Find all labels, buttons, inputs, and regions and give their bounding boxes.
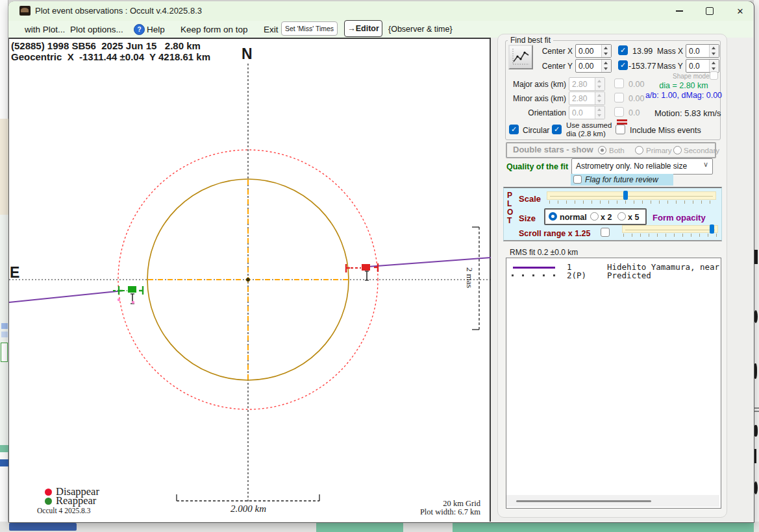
include-miss-checkbox[interactable] xyxy=(616,125,625,134)
major-axis-spinner[interactable]: 2.80 xyxy=(569,77,605,91)
background-fragment xyxy=(1,323,8,329)
observation-2-number[interactable]: 2(P) xyxy=(567,271,586,280)
opacity-slider[interactable] xyxy=(622,225,718,233)
reappear-marker xyxy=(128,286,136,293)
circular-checkbox[interactable] xyxy=(509,125,519,134)
plot-letter-l: L xyxy=(507,199,512,208)
observations-listbox[interactable] xyxy=(506,258,721,509)
double-stars-title: Double stars - show xyxy=(513,145,593,154)
background-window-left-sliver xyxy=(0,0,8,532)
help-icon[interactable]: ? xyxy=(134,24,145,35)
center-x-spinner[interactable]: 0.00 xyxy=(575,44,612,58)
double-primary-radio[interactable] xyxy=(635,146,643,154)
mass-y-spinner[interactable]: 0.0 xyxy=(686,59,719,73)
km-scale-label: 2.000 km xyxy=(214,503,282,514)
plot-title-line1: (52885) 1998 SB56 2025 Jun 15 2.80 km xyxy=(11,40,201,51)
double-primary-label: Primary xyxy=(646,147,672,154)
maximize-button[interactable] xyxy=(695,2,724,20)
occultation-plot xyxy=(9,39,491,519)
background-window-right-sliver xyxy=(754,0,759,532)
major-axis-label: Major axis (km) xyxy=(510,80,566,89)
mass-y-label: Mass Y xyxy=(657,62,683,71)
observer-time-label[interactable]: {Observer & time} xyxy=(388,25,453,34)
background-fragment xyxy=(1,332,8,337)
double-both-label: Both xyxy=(609,147,625,154)
mas-scale-label: 2 mas xyxy=(466,263,475,293)
center-x-value: 0.00 xyxy=(579,47,593,56)
minor-axis-checkbox[interactable] xyxy=(614,93,624,103)
size-normal-label: normal xyxy=(560,213,587,222)
maximize-icon xyxy=(706,7,714,15)
mass-x-spinner[interactable]: 0.0 xyxy=(686,44,719,58)
set-miss-times-button[interactable]: Set 'Miss' Times xyxy=(281,21,338,36)
background-fragment xyxy=(754,411,759,412)
opacity-slider-thumb[interactable] xyxy=(710,224,714,234)
menu-with-plot[interactable]: with Plot... xyxy=(25,25,65,34)
size-label: Size xyxy=(519,213,536,223)
scroll-range-label: Scroll range x 1.25 xyxy=(519,229,590,238)
flag-review-label: Flag for future review xyxy=(585,175,658,184)
double-secondary-label: Secondary xyxy=(684,147,719,154)
disappear-marker xyxy=(362,264,370,271)
plot-title-line2: Geocentric X -1311.44 ±0.04 Y 4218.61 km xyxy=(11,51,210,62)
quality-dropdown[interactable]: Astrometry only. No reliable size xyxy=(571,158,713,175)
observation-1-line-sample xyxy=(513,267,555,269)
opacity-slider-ticks xyxy=(623,234,717,237)
east-label: E xyxy=(10,264,19,282)
mass-x-value: 0.0 xyxy=(689,47,700,56)
center-y-spinner[interactable]: 0.00 xyxy=(575,59,612,73)
center-x-label: Center X xyxy=(527,47,573,56)
observation-2-name[interactable]: Predicted xyxy=(607,271,651,280)
flag-review-checkbox[interactable] xyxy=(573,175,582,184)
major-axis-value: 2.80 xyxy=(572,80,587,89)
reappear-legend-dot xyxy=(45,498,52,505)
minimize-button[interactable] xyxy=(665,2,693,20)
background-fragment xyxy=(0,445,8,452)
app-version-label: Occult 4 2025.8.3 xyxy=(37,507,90,514)
menu-keep-form-on-top[interactable]: Keep form on top xyxy=(180,25,248,34)
scale-slider[interactable] xyxy=(547,191,716,200)
menu-exit[interactable]: Exit xyxy=(264,25,279,34)
scale-slider-thumb[interactable] xyxy=(623,191,628,200)
close-button[interactable]: ✕ xyxy=(726,2,754,20)
chord-1-left xyxy=(9,291,123,302)
double-both-radio[interactable] xyxy=(598,146,606,154)
size-x5-radio[interactable] xyxy=(617,212,626,221)
major-axis-alt-value: 0.00 xyxy=(628,80,644,89)
north-label: N xyxy=(242,45,253,63)
orientation-spinner[interactable]: 0.0 xyxy=(569,106,605,119)
use-assumed-checkbox[interactable] xyxy=(552,125,562,134)
form-opacity-label: Form opacity xyxy=(653,213,706,223)
center-point xyxy=(246,278,250,282)
include-miss-label: Include Miss events xyxy=(630,126,701,135)
use-assumed-label-2: dia (2.8 km) xyxy=(566,130,606,138)
background-fragment xyxy=(453,522,754,532)
shape-model-checkbox[interactable] xyxy=(710,71,718,80)
double-secondary-radio[interactable] xyxy=(673,146,682,154)
quality-label: Quality of the fit xyxy=(506,162,568,171)
size-normal-radio[interactable] xyxy=(549,212,557,221)
motion-readout: Motion: 5.83 km/s xyxy=(654,108,726,118)
find-best-fit-title: Find best fit xyxy=(508,36,553,45)
menu-plot-options[interactable]: Plot options... xyxy=(70,25,123,34)
background-fragment xyxy=(0,459,8,466)
major-axis-checkbox[interactable] xyxy=(614,79,624,88)
x-offset-checkbox[interactable] xyxy=(618,45,628,55)
dia-readout: dia = 2.80 km xyxy=(651,81,716,90)
background-taskbar-strip xyxy=(0,522,759,532)
chord-color-mark xyxy=(617,119,627,125)
ab-dmag-readout: a/b: 1.00, dMag: 0.00 xyxy=(645,91,723,100)
minor-axis-value: 2.80 xyxy=(572,94,587,103)
editor-button[interactable]: →Editor xyxy=(344,20,382,37)
scroll-range-checkbox[interactable] xyxy=(601,228,610,237)
list-hscrollbar-thumb[interactable] xyxy=(516,500,651,502)
circular-label: Circular xyxy=(523,126,549,135)
menu-help[interactable]: Help xyxy=(147,25,165,34)
size-x2-radio[interactable] xyxy=(590,212,599,221)
y-offset-checkbox[interactable] xyxy=(618,60,628,70)
minor-axis-spinner[interactable]: 2.80 xyxy=(569,91,605,105)
orientation-checkbox[interactable] xyxy=(614,107,624,117)
mass-x-label: Mass X xyxy=(657,47,683,56)
app-icon xyxy=(19,6,31,16)
reappear-legend-label: Reappear xyxy=(56,494,96,507)
